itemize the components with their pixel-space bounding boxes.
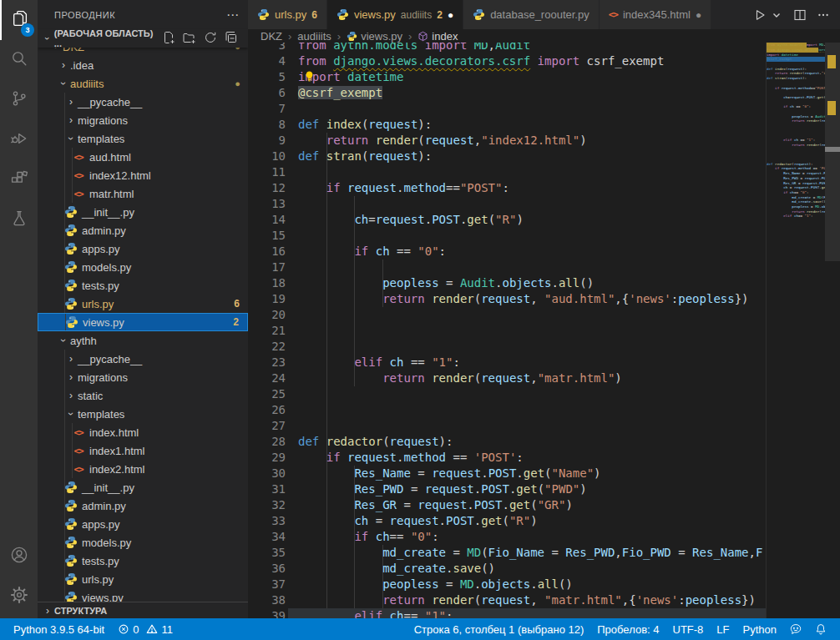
code-line-18[interactable]: 18 peopless = Audit.objects.all(): [248, 275, 840, 291]
tab-database_roouter.py[interactable]: database_roouter.py: [463, 0, 600, 29]
tree-item-templates[interactable]: ›templates: [38, 405, 248, 423]
code-line-21[interactable]: 21: [248, 323, 840, 339]
tree-item-templates[interactable]: ›templates: [38, 129, 248, 148]
more-actions-icon[interactable]: [817, 8, 830, 22]
lightbulb-icon[interactable]: [303, 70, 316, 83]
tree-item-urls.py[interactable]: urls.py: [38, 570, 248, 588]
code-line-5[interactable]: 5import datetime: [248, 69, 840, 85]
tree-item-aud.html[interactable]: <>aud.html: [38, 148, 248, 166]
code-line-35[interactable]: 35 md_create = MD(Fio_Name = Res_PWD,Fio…: [248, 545, 840, 561]
activity-search-button[interactable]: [0, 40, 38, 80]
activity-account-button[interactable]: [0, 537, 38, 577]
code-line-39[interactable]: 39 elif ch== "1":: [248, 608, 840, 618]
tree-item-models.py[interactable]: models.py: [38, 533, 248, 552]
modified-dot-icon[interactable]: ●: [696, 9, 701, 21]
activity-extensions-button[interactable]: [0, 160, 38, 200]
activity-testing-button[interactable]: [0, 200, 38, 240]
code-line-8[interactable]: 8def index(request):: [248, 117, 840, 133]
tree-item-admin.py[interactable]: admin.py: [38, 496, 248, 515]
code-line-37[interactable]: 37 peopless = MD.objects.all(): [248, 577, 840, 592]
scrollbar-slider[interactable]: [825, 43, 840, 261]
code-editor[interactable]: 3from aythh.models import MD,Audit4from …: [248, 43, 840, 618]
code-line-12[interactable]: 12 if request.method=="POST":: [248, 180, 840, 196]
code-line-15[interactable]: 15: [248, 228, 840, 244]
more-actions-icon[interactable]: ⋯: [226, 8, 240, 23]
code-line-34[interactable]: 34 if ch== "0":: [248, 529, 840, 545]
status-problems[interactable]: 011: [111, 623, 180, 636]
tree-item-admin.py[interactable]: admin.py: [38, 221, 248, 239]
tree-item-apps.py[interactable]: apps.py: [38, 515, 248, 533]
tree-item-tests.py[interactable]: tests.py: [38, 552, 248, 570]
refresh-icon[interactable]: [204, 31, 217, 46]
tree-item-audiiits[interactable]: ›audiiits●: [38, 74, 248, 93]
outline-section-header[interactable]: › СТРУКТУРА: [38, 602, 248, 618]
tree-item-matr.html[interactable]: <>matr.html: [38, 184, 248, 203]
tab-views.py[interactable]: views.pyaudiiits2●: [327, 0, 463, 29]
status-eol[interactable]: LF: [710, 623, 736, 636]
modified-dot-icon[interactable]: ●: [448, 9, 453, 21]
code-line-3[interactable]: 3from aythh.models import MD,Audit: [248, 43, 840, 53]
tree-item-index12.html[interactable]: <>index12.html: [38, 166, 248, 184]
breadcrumb-item-audiiits[interactable]: audiiits: [297, 30, 331, 43]
code-line-11[interactable]: 11: [248, 164, 840, 180]
code-line-28[interactable]: 28def redactor(request):: [248, 434, 840, 450]
code-line-10[interactable]: 10def stran(request):: [248, 149, 840, 164]
status-python-interpreter[interactable]: Python 3.9.5 64-bit: [7, 623, 111, 636]
tab-urls.py[interactable]: urls.py6: [248, 0, 327, 29]
code-line-26[interactable]: 26: [248, 402, 840, 418]
code-line-30[interactable]: 30 Res_Name = request.POST.get("Name"): [248, 466, 840, 481]
code-line-22[interactable]: 22: [248, 339, 840, 355]
code-line-31[interactable]: 31 Res_PWD = request.POST.get("PWD"): [248, 481, 840, 497]
code-line-36[interactable]: 36 md_create.save(): [248, 561, 840, 577]
tree-item-index1.html[interactable]: <>index1.html: [38, 441, 248, 460]
tree-item-.idea[interactable]: ›.idea: [38, 56, 248, 74]
code-line-17[interactable]: 17: [248, 260, 840, 275]
tree-item-migrations[interactable]: ›migrations: [38, 111, 248, 129]
code-line-20[interactable]: 20: [248, 307, 840, 323]
code-line-32[interactable]: 32 Res_GR = request.POST.get("GR"): [248, 497, 840, 513]
code-line-13[interactable]: 13: [248, 196, 840, 212]
code-line-4[interactable]: 4from django.views.decorators.csrf impor…: [248, 53, 840, 69]
minimap[interactable]: from aythh.models import MD,Auditfrom dj…: [766, 43, 825, 618]
code-line-29[interactable]: 29 if request.method == 'POST':: [248, 450, 840, 466]
tree-item-index2.html[interactable]: <>index2.html: [38, 460, 248, 478]
status-language-mode[interactable]: Python: [736, 623, 783, 636]
tree-item-index.html[interactable]: <>index.html: [38, 423, 248, 441]
tree-item-views.py[interactable]: views.py2: [38, 313, 248, 331]
code-line-38[interactable]: 38 return render(request, "matr.html",{'…: [248, 592, 840, 608]
breadcrumb-item-dkz[interactable]: DKZ: [261, 30, 282, 43]
status-cursor-position[interactable]: Строка 6, столбец 1 (выбрано 12): [407, 623, 591, 636]
code-line-23[interactable]: 23 elif ch == "1":: [248, 355, 840, 370]
collapse-all-icon[interactable]: [225, 31, 238, 46]
code-line-27[interactable]: 27: [248, 418, 840, 434]
activity-source-control-button[interactable]: [0, 80, 38, 120]
breadcrumb-item-index[interactable]: index: [417, 30, 458, 43]
tree-item-migrations[interactable]: ›migrations: [38, 368, 248, 386]
overview-ruler[interactable]: [825, 43, 840, 618]
workspace-section-header[interactable]: › (РАБОЧАЯ ОБЛАСТЬ) ...: [38, 29, 248, 48]
status-indentation[interactable]: Пробелов: 4: [590, 623, 665, 636]
tree-item-aythh[interactable]: ›aythh: [38, 331, 248, 350]
code-line-19[interactable]: 19 return render(request, "aud.html",{'n…: [248, 291, 840, 307]
activity-settings-button[interactable]: [0, 577, 38, 617]
new-folder-icon[interactable]: [183, 31, 196, 46]
activity-explorer-button[interactable]: 3: [0, 0, 38, 40]
code-line-33[interactable]: 33 ch = request.POST.get("R"): [248, 513, 840, 529]
code-line-24[interactable]: 24 return render(request,"matr.html"): [248, 370, 840, 386]
code-line-16[interactable]: 16 if ch == "0":: [248, 244, 840, 260]
breadcrumb-item-views.py[interactable]: views.py: [347, 30, 402, 43]
code-line-6[interactable]: 6@csrf_exempt: [248, 85, 840, 101]
code-line-25[interactable]: 25: [248, 386, 840, 402]
tree-item-__pycache__[interactable]: ›__pycache__: [38, 350, 248, 368]
activity-run-debug-button[interactable]: [0, 120, 38, 160]
code-line-7[interactable]: 7: [248, 101, 840, 117]
tab-index345.html[interactable]: <>index345.html●: [600, 0, 711, 29]
split-editor-icon[interactable]: [793, 8, 807, 22]
run-dropdown-icon[interactable]: [770, 8, 783, 22]
tree-item-__init__.py[interactable]: __init__.py: [38, 203, 248, 221]
tree-item-apps.py[interactable]: apps.py: [38, 239, 248, 258]
status-notifications[interactable]: [808, 623, 833, 635]
status-encoding[interactable]: UTF-8: [666, 623, 711, 636]
tree-item-__init__.py[interactable]: __init__.py: [38, 478, 248, 496]
tree-item-__pycache__[interactable]: ›__pycache__: [38, 93, 248, 111]
